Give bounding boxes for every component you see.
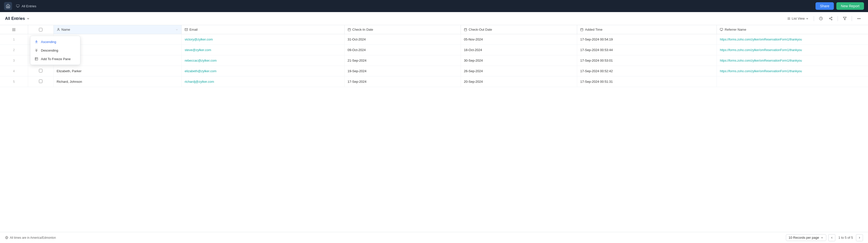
records-per-page[interactable]: 10 Records per page [786, 234, 826, 241]
ascending-label: Ascending [41, 40, 56, 44]
table-row: 5 Richard, Johnson richardj@zylker.com 1… [0, 77, 868, 87]
cell-checkin: 17-Sep-2024 [344, 77, 461, 87]
select-all-checkbox[interactable] [39, 28, 42, 31]
cell-referrer: https://forms.zoho.com/zylker/omReservat… [717, 66, 868, 77]
cell-added: 17-Sep-2024 00:53:01 [577, 55, 717, 66]
name-column-dropdown: Ascending Descending Add To Freeze Pan [30, 36, 81, 65]
row-checkbox[interactable] [39, 69, 42, 73]
dropdown-descending[interactable]: Descending [30, 46, 80, 55]
svg-rect-30 [581, 28, 583, 31]
col-referrer-label: Referrer Name [724, 28, 746, 31]
col-header-referrer[interactable]: Referrer Name [717, 25, 868, 34]
page-title[interactable]: All Entries [5, 16, 30, 21]
pagination: 10 Records per page 1 to 5 of 5 [786, 234, 863, 241]
breadcrumb: All Entries [16, 4, 36, 8]
cell-email[interactable]: victory@zylker.com [182, 34, 345, 45]
filter-button[interactable] [841, 16, 849, 21]
col-checkin-label: Check-In Date [352, 28, 373, 31]
svg-point-9 [831, 19, 832, 20]
svg-rect-16 [12, 28, 13, 29]
col-header-toggle[interactable] [0, 25, 28, 34]
col-header-name[interactable]: Name [54, 25, 182, 34]
history-button[interactable] [817, 16, 825, 21]
svg-rect-41 [35, 58, 38, 60]
svg-rect-19 [14, 30, 15, 31]
col-header-email[interactable]: Email [182, 25, 345, 34]
row-index: 4 [0, 66, 28, 77]
table-row: 4 Elizabeth, Parker elizabeth@zylker.com… [0, 66, 868, 77]
new-report-button[interactable]: New Report [836, 2, 864, 10]
row-checkbox-cell[interactable] [28, 77, 54, 87]
svg-point-7 [831, 17, 832, 18]
col-header-checkbox[interactable] [28, 25, 54, 34]
svg-marker-12 [843, 17, 846, 20]
divider2 [838, 16, 838, 21]
cell-checkin: 21-Sep-2024 [344, 55, 461, 66]
freeze-label: Add To Freeze Pane [41, 57, 70, 61]
svg-rect-34 [720, 28, 723, 30]
pagination-prev[interactable] [828, 234, 835, 241]
dropdown-freeze[interactable]: Add To Freeze Pane [30, 55, 80, 63]
col-header-checkout[interactable]: Check-Out Date [461, 25, 577, 34]
list-view-button[interactable]: List View [785, 16, 811, 21]
cell-checkout: 20-Sep-2024 [461, 77, 577, 87]
table-area: Name Email [0, 25, 868, 232]
cell-checkout: 05-Nov-2024 [461, 34, 577, 45]
cell-email[interactable]: richardj@zylker.com [182, 77, 345, 87]
cell-checkout: 30-Sep-2024 [461, 55, 577, 66]
cell-referrer: https://forms.zoho.com/zylker/omReservat… [717, 34, 868, 45]
freeze-icon [34, 57, 38, 61]
dropdown-ascending[interactable]: Ascending [30, 37, 80, 46]
cell-referrer [717, 77, 868, 87]
cell-email[interactable]: rebeccac@zylker.com [182, 55, 345, 66]
cell-name: Elizabeth, Parker [54, 66, 182, 77]
svg-rect-18 [12, 30, 13, 31]
svg-point-8 [829, 18, 830, 19]
descending-icon [34, 48, 38, 52]
timezone-label: All times are in America/Edmonton [5, 236, 56, 240]
svg-rect-17 [14, 28, 15, 29]
row-index: 1 [0, 34, 28, 45]
page-title-text: All Entries [5, 16, 25, 21]
cell-added: 17-Sep-2024 00:52:42 [577, 66, 717, 77]
more-button[interactable] [855, 16, 863, 22]
cell-checkin: 09-Oct-2024 [344, 45, 461, 55]
subheader: All Entries List View [0, 12, 868, 25]
divider [814, 16, 814, 21]
row-checkbox[interactable] [39, 80, 42, 83]
top-navigation: All Entries Share New Report [0, 0, 868, 12]
footer: All times are in America/Edmonton 10 Rec… [0, 232, 868, 243]
cell-checkout: 26-Sep-2024 [461, 66, 577, 77]
table-row: 3 Rebecca, John rebeccac@zylker.com 21-S… [0, 55, 868, 66]
share-sub-button[interactable] [827, 16, 835, 21]
cell-checkin: 19-Sep-2024 [344, 66, 461, 77]
cell-added: 17-Sep-2024 00:51:31 [577, 77, 717, 87]
table-row: 2 Steve steve@zylker.com 09-Oct-2024 18-… [0, 45, 868, 55]
home-button[interactable] [4, 2, 12, 10]
cell-referrer: https://forms.zoho.com/zylker/omReservat… [717, 55, 868, 66]
svg-rect-22 [348, 28, 350, 31]
col-email-label: Email [189, 28, 198, 31]
row-index: 5 [0, 77, 28, 87]
col-header-checkin[interactable]: Check-In Date [344, 25, 461, 34]
breadcrumb-label: All Entries [22, 4, 36, 8]
entries-table: Name Email [0, 25, 868, 87]
svg-line-10 [830, 19, 831, 19]
subheader-actions: List View [785, 16, 863, 22]
cell-email[interactable]: elizabeth@zylker.com [182, 66, 345, 77]
cell-email[interactable]: steve@zylker.com [182, 45, 345, 55]
col-checkout-label: Check-Out Date [469, 28, 492, 31]
pagination-next[interactable] [856, 234, 863, 241]
cell-checkout: 18-Oct-2024 [461, 45, 577, 55]
row-index: 3 [0, 55, 28, 66]
row-checkbox-cell[interactable] [28, 66, 54, 77]
col-header-added[interactable]: Added Time [577, 25, 717, 34]
cell-referrer: https://forms.zoho.com/zylker/omReservat… [717, 45, 868, 55]
share-button[interactable]: Share [815, 2, 834, 10]
col-name-label: Name [62, 28, 70, 31]
topnav-actions: Share New Report [815, 2, 864, 10]
pagination-nav: 1 to 5 of 5 [828, 234, 863, 241]
records-per-page-label: 10 Records per page [788, 236, 819, 240]
col-added-label: Added Time [585, 28, 602, 31]
svg-point-13 [858, 18, 858, 19]
